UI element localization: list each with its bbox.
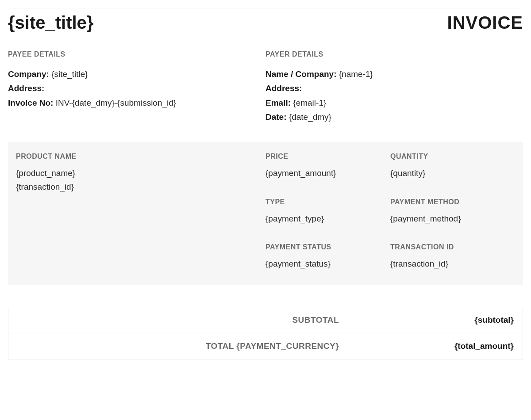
col-txid-heading: TRANSACTION ID xyxy=(390,243,515,251)
price-value: {payment_amount} xyxy=(266,167,390,180)
details-row: PAYEE DETAILS Company: {site_title} Addr… xyxy=(8,50,523,124)
total-value: {total_amount} xyxy=(348,333,523,359)
payee-company-value: {site_title} xyxy=(51,69,88,79)
payer-email-value: {email-1} xyxy=(293,98,326,107)
payer-name: Name / Company: {name-1} xyxy=(266,67,514,81)
payer-date-label: Date: xyxy=(266,112,287,122)
payee-address-label: Address: xyxy=(8,84,44,93)
col-price-heading: PRICE xyxy=(266,153,390,160)
col-status-heading: PAYMENT STATUS xyxy=(266,243,390,251)
payer-email: Email: {email-1} xyxy=(266,96,514,110)
subtotal-value: {subtotal} xyxy=(348,307,523,333)
payer-details: PAYER DETAILS Name / Company: {name-1} A… xyxy=(266,50,523,124)
totals-table: SUBTOTAL {subtotal} TOTAL {PAYMENT_CURRE… xyxy=(8,307,523,359)
payee-address: Address: xyxy=(8,81,257,95)
col-product-name-heading: PRODUCT NAME xyxy=(16,153,266,160)
invoice-label: INVOICE xyxy=(447,13,523,33)
product-name-value: {product_name} xyxy=(16,167,266,180)
payee-invoice-no: Invoice No: INV-{date_dmy}-{submission_i… xyxy=(8,96,257,110)
method-value: {payment_method} xyxy=(390,212,515,225)
col-method-heading: PAYMENT METHOD xyxy=(390,198,515,206)
payee-details: PAYEE DETAILS Company: {site_title} Addr… xyxy=(8,50,266,124)
payer-date-value: {date_dmy} xyxy=(289,112,331,122)
payee-invoice-no-value: INV-{date_dmy}-{submission_id} xyxy=(56,98,177,107)
type-value: {payment_type} xyxy=(266,212,390,225)
payer-address: Address: xyxy=(266,81,514,95)
subtotal-label: SUBTOTAL xyxy=(8,307,348,333)
col-quantity-heading: QUANTITY xyxy=(390,153,515,160)
payer-email-label: Email: xyxy=(266,98,291,107)
payer-address-label: Address: xyxy=(266,84,302,93)
payer-heading: PAYER DETAILS xyxy=(266,50,514,58)
payer-name-label: Name / Company: xyxy=(266,69,336,79)
product-txid-line: {transaction_id} xyxy=(16,180,266,194)
payer-name-value: {name-1} xyxy=(339,69,373,79)
payer-date: Date: {date_dmy} xyxy=(266,110,514,124)
products-block: PRODUCT NAME {product_name} {transaction… xyxy=(8,142,523,285)
payee-invoice-no-label: Invoice No: xyxy=(8,98,53,107)
col-type-heading: TYPE xyxy=(266,198,390,206)
txid-value: {transaction_id} xyxy=(390,257,515,271)
invoice-header: {site_title} INVOICE xyxy=(8,8,523,33)
payee-heading: PAYEE DETAILS xyxy=(8,50,257,58)
site-title: {site_title} xyxy=(8,13,93,33)
status-value: {payment_status} xyxy=(266,257,390,271)
payee-company: Company: {site_title} xyxy=(8,67,257,81)
total-row: TOTAL {PAYMENT_CURRENCY} {total_amount} xyxy=(8,333,523,359)
payee-company-label: Company: xyxy=(8,69,49,79)
subtotal-row: SUBTOTAL {subtotal} xyxy=(8,307,523,333)
total-label: TOTAL {PAYMENT_CURRENCY} xyxy=(8,333,348,359)
quantity-value: {quantity} xyxy=(390,167,515,180)
